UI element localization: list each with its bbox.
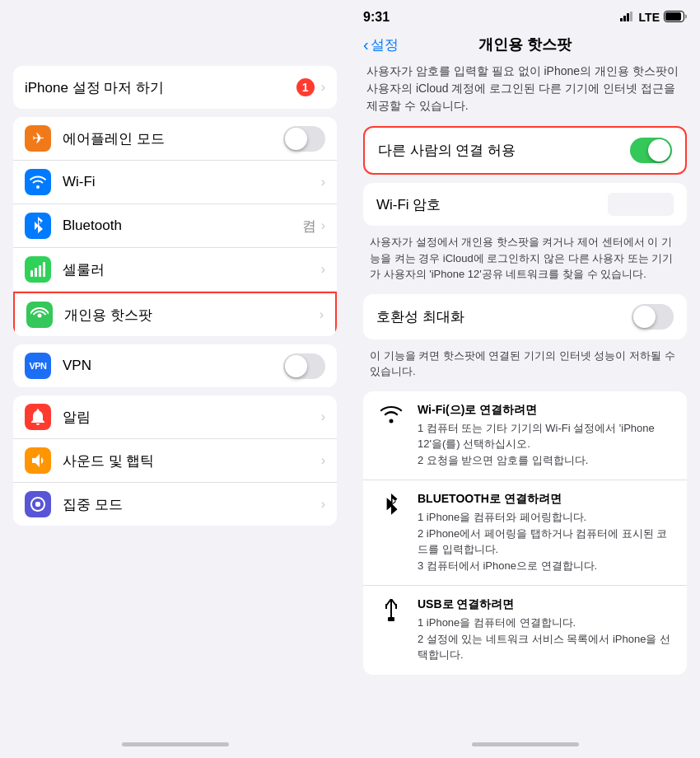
airplane-row[interactable]: ✈ 에어플레인 모드 bbox=[13, 117, 337, 161]
bt-connect-title: BLUETOOTH로 연결하려면 bbox=[418, 492, 674, 507]
back-button[interactable]: ‹ 설정 bbox=[363, 35, 399, 54]
wifi-connection-row: Wi-Fi(으)로 연결하려면 1 컴퓨터 또는 기타 기기의 Wi-Fi 설정… bbox=[363, 391, 687, 481]
bt-connect-icon bbox=[376, 492, 406, 518]
status-bar: 9:31 LTE bbox=[350, 0, 700, 30]
bt-connect-steps: 1 iPhone을 컴퓨터와 페어링합니다.2 iPhone에서 페어링을 탭하… bbox=[418, 509, 674, 573]
setup-badge: 1 bbox=[296, 78, 315, 96]
airplane-toggle[interactable] bbox=[283, 126, 325, 152]
allow-connection-row[interactable]: 다른 사람의 연결 허용 bbox=[365, 128, 685, 173]
usb-connect-steps: 1 iPhone을 컴퓨터에 연결합니다.2 설정에 있는 네트워크 서비스 목… bbox=[418, 615, 674, 663]
signal-icon bbox=[620, 12, 635, 24]
bluetooth-label: Bluetooth bbox=[63, 218, 302, 234]
setup-section: iPhone 설정 마저 하기 1 › bbox=[13, 66, 337, 109]
compatibility-section: 호환성 최대화 bbox=[363, 294, 687, 339]
usb-connect-icon bbox=[376, 597, 406, 624]
sound-row[interactable]: 사운드 및 햅틱 › bbox=[13, 439, 337, 483]
svg-rect-7 bbox=[627, 13, 629, 21]
hotspot-row[interactable]: 개인용 핫스팟 › bbox=[13, 292, 337, 336]
allow-connection-label: 다른 사람의 연결 허용 bbox=[378, 141, 630, 160]
wifi-row[interactable]: Wi-Fi › bbox=[13, 161, 337, 204]
compatibility-label: 호환성 최대화 bbox=[376, 307, 632, 326]
bluetooth-icon bbox=[25, 213, 51, 239]
connection-methods-section: Wi-Fi(으)로 연결하려면 1 컴퓨터 또는 기타 기기의 Wi-Fi 설정… bbox=[363, 391, 687, 675]
cellular-label: 셀룰러 bbox=[63, 260, 321, 279]
usb-connect-title: USB로 연결하려면 bbox=[418, 597, 674, 612]
svg-rect-2 bbox=[39, 265, 41, 277]
setup-label: iPhone 설정 마저 하기 bbox=[25, 78, 296, 97]
compatibility-desc: 이 기능을 켜면 핫스팟에 연결된 기기의 인터넷 성능이 저하될 수 있습니다… bbox=[366, 348, 684, 380]
wifi-connection-text: Wi-Fi(으)로 연결하려면 1 컴퓨터 또는 기타 기기의 Wi-Fi 설정… bbox=[418, 403, 674, 469]
wifi-password-value bbox=[608, 193, 674, 216]
wifi-connect-title: Wi-Fi(으)로 연결하려면 bbox=[418, 403, 674, 418]
status-icons: LTE bbox=[620, 11, 687, 25]
page-title: 개인용 핫스팟 bbox=[478, 35, 572, 54]
wifi-password-section: Wi-Fi 암호 bbox=[363, 183, 687, 226]
settings-section: 알림 › 사운드 및 햅틱 › 집중 모드 › bbox=[13, 395, 337, 526]
status-time: 9:31 bbox=[363, 10, 390, 25]
focus-chevron: › bbox=[321, 497, 325, 512]
bluetooth-chevron: › bbox=[321, 218, 325, 233]
notifications-chevron: › bbox=[321, 409, 325, 424]
bluetooth-value: 켬 bbox=[302, 217, 316, 236]
svg-rect-8 bbox=[630, 12, 632, 21]
right-panel: 9:31 LTE ‹ 설정 bbox=[350, 0, 700, 758]
bt-connection-row: BLUETOOTH로 연결하려면 1 iPhone을 컴퓨터와 페어링합니다.2… bbox=[363, 480, 687, 586]
sound-icon bbox=[25, 447, 51, 474]
network-section: ✈ 에어플레인 모드 Wi-Fi › Bluetooth 켬 › bbox=[13, 117, 337, 336]
svg-rect-10 bbox=[665, 12, 681, 21]
allow-connection-toggle[interactable] bbox=[630, 138, 672, 163]
svg-rect-3 bbox=[43, 262, 45, 277]
svg-point-4 bbox=[38, 314, 42, 318]
focus-icon bbox=[25, 491, 51, 517]
cellular-icon bbox=[25, 256, 51, 283]
setup-chevron: › bbox=[321, 80, 325, 95]
battery-icon bbox=[664, 11, 687, 25]
vpn-row[interactable]: VPN VPN bbox=[13, 344, 337, 387]
compatibility-toggle[interactable] bbox=[632, 304, 674, 330]
allow-connection-section: 다른 사람의 연결 허용 bbox=[363, 126, 687, 175]
wifi-icon bbox=[25, 169, 51, 195]
cellular-chevron: › bbox=[321, 262, 325, 277]
cellular-row[interactable]: 셀룰러 › bbox=[13, 248, 337, 292]
airplane-icon: ✈ bbox=[25, 125, 51, 152]
lte-label: LTE bbox=[639, 11, 660, 24]
focus-label: 집중 모드 bbox=[63, 495, 321, 514]
compatibility-row[interactable]: 호환성 최대화 bbox=[363, 294, 687, 339]
usb-connection-text: USB로 연결하려면 1 iPhone을 컴퓨터에 연결합니다.2 설정에 있는… bbox=[418, 597, 674, 663]
page-description: 사용자가 암호를 입력할 필요 없이 iPhone의 개인용 핫스팟이 사용자의… bbox=[363, 63, 687, 115]
wifi-label: Wi-Fi bbox=[63, 174, 321, 190]
hotspot-section-desc: 사용자가 설정에서 개인용 핫스팟을 켜거나 제어 센터에서 이 기능을 켜는 … bbox=[366, 234, 684, 283]
left-home-indicator bbox=[0, 730, 350, 758]
wifi-password-label: Wi-Fi 암호 bbox=[376, 195, 608, 214]
vpn-section: VPN VPN bbox=[13, 344, 337, 387]
sound-label: 사운드 및 햅틱 bbox=[63, 452, 321, 470]
wifi-password-row[interactable]: Wi-Fi 암호 bbox=[363, 183, 687, 226]
svg-rect-1 bbox=[35, 268, 37, 277]
vpn-toggle[interactable] bbox=[283, 353, 325, 379]
svg-point-11 bbox=[390, 419, 394, 423]
svg-rect-6 bbox=[623, 16, 626, 21]
svg-rect-0 bbox=[30, 270, 33, 277]
vpn-label: VPN bbox=[63, 358, 283, 374]
usb-connection-row: USB로 연결하려면 1 iPhone을 컴퓨터에 연결합니다.2 설정에 있는… bbox=[363, 586, 687, 675]
bluetooth-row[interactable]: Bluetooth 켬 › bbox=[13, 204, 337, 248]
bt-connection-text: BLUETOOTH로 연결하려면 1 iPhone을 컴퓨터와 페어링합니다.2… bbox=[418, 492, 674, 573]
right-content: 사용자가 암호를 입력할 필요 없이 iPhone의 개인용 핫스팟이 사용자의… bbox=[350, 63, 700, 730]
setup-row[interactable]: iPhone 설정 마저 하기 1 › bbox=[13, 66, 337, 109]
notifications-row[interactable]: 알림 › bbox=[13, 395, 337, 439]
nav-bar: ‹ 설정 개인용 핫스팟 bbox=[350, 30, 700, 63]
focus-row[interactable]: 집중 모드 › bbox=[13, 483, 337, 526]
svg-rect-5 bbox=[620, 18, 623, 21]
back-chevron: ‹ bbox=[363, 35, 369, 54]
airplane-label: 에어플레인 모드 bbox=[63, 129, 283, 148]
right-home-indicator bbox=[350, 730, 700, 758]
hotspot-label: 개인용 핫스팟 bbox=[64, 306, 320, 325]
back-label: 설정 bbox=[371, 35, 399, 54]
wifi-connect-icon bbox=[376, 403, 406, 424]
wifi-chevron: › bbox=[321, 175, 325, 190]
vpn-icon: VPN bbox=[25, 353, 51, 379]
notifications-icon bbox=[25, 404, 51, 430]
wifi-connect-steps: 1 컴퓨터 또는 기타 기기의 Wi-Fi 설정에서 'iPhone 12'을(… bbox=[418, 420, 674, 469]
left-panel: iPhone 설정 마저 하기 1 › ✈ 에어플레인 모드 Wi-Fi › bbox=[0, 0, 350, 758]
hotspot-chevron: › bbox=[320, 307, 324, 322]
